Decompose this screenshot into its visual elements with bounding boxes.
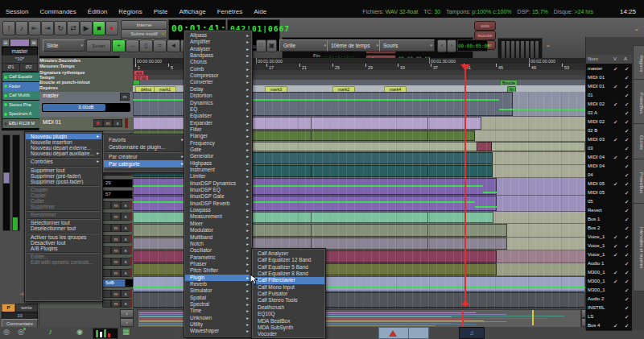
record-arm-button[interactable]: [102, 224, 111, 232]
active-check-icon[interactable]: ✓: [625, 101, 629, 108]
processor-led[interactable]: [4, 94, 7, 97]
click-button[interactable]: ♪: [15, 21, 28, 35]
processor-ebu-r128-m[interactable]: EBU R128 M: [2, 119, 43, 129]
midi-clock-icon[interactable]: ♫: [459, 327, 485, 339]
record-button[interactable]: ●: [105, 21, 118, 35]
category-comb[interactable]: Comb▸: [185, 66, 251, 72]
play-button[interactable]: ▶: [80, 21, 93, 35]
nudge-forward-button[interactable]: ›: [447, 39, 456, 52]
active-check-icon[interactable]: ✓: [625, 261, 629, 267]
category-spatial[interactable]: Spatial▸: [185, 295, 251, 301]
category-multiband[interactable]: Multiband▸: [185, 234, 251, 241]
category-equaliser[interactable]: Equaliser▸: [185, 113, 251, 119]
playhead-marker-icon[interactable]: [460, 64, 470, 71]
processor-calf-equaliz[interactable]: Calf Equaliz: [2, 72, 43, 82]
processor-stereo-pha[interactable]: Stereo Pha: [2, 101, 43, 110]
active-check-icon[interactable]: ✓: [625, 234, 629, 241]
menu-item-s-lectionner-tout[interactable]: Sélectionner tout: [26, 220, 101, 225]
visible-check-icon[interactable]: ✓: [613, 279, 617, 285]
side-tab-clich-s[interactable]: Clichés: [633, 123, 644, 160]
menu-item-d-s-lectionner-tout[interactable]: Désélectionner tout: [26, 225, 101, 231]
snap-mode-dropdown[interactable]: Grille▾: [279, 39, 328, 52]
category-measurement[interactable]: Measurement▸: [185, 213, 251, 220]
category-linuxdsp-eq[interactable]: linuxDSP EQ▸: [185, 187, 251, 193]
column-v[interactable]: V: [613, 56, 617, 61]
solo-indicator-icon[interactable]: ◎: [3, 328, 10, 336]
category-analyser[interactable]: Analyser▸: [185, 46, 251, 52]
record-arm-button[interactable]: [93, 119, 103, 127]
menu-item-nouveau-plugin[interactable]: Nouveau plugin▸: [26, 134, 101, 139]
nudge-back-button[interactable]: ‹: [437, 39, 447, 52]
menu-édition[interactable]: Édition: [82, 0, 113, 15]
active-check-icon[interactable]: ✓: [625, 270, 629, 276]
category-gate[interactable]: Gate▸: [185, 147, 251, 153]
active-check-icon[interactable]: ✓: [625, 66, 629, 72]
active-check-icon[interactable]: ✓: [625, 252, 629, 258]
visible-check-icon[interactable]: ✓: [613, 66, 617, 72]
category-expander[interactable]: Expander▸: [185, 120, 251, 126]
category-modulator[interactable]: Modulator▸: [185, 227, 251, 234]
step-entry-grid-icon[interactable]: ▦: [122, 327, 130, 336]
processor-led[interactable]: [4, 103, 7, 106]
menu-item-supprimer-post-fader-[interactable]: Supprimer (post-fader): [26, 179, 101, 184]
active-check-icon[interactable]: ✓: [625, 323, 629, 329]
visible-check-icon[interactable]: ✓: [613, 252, 617, 258]
small-region[interactable]: [477, 142, 492, 151]
grab-tool-button[interactable]: +: [112, 39, 126, 52]
value-box[interactable]: 29: [102, 179, 133, 188]
track-header-midi01[interactable]: MIDI 01 m s: [39, 117, 133, 131]
zoom-focus-dropdown[interactable]: Souris▾: [379, 39, 435, 52]
plugin-deathcrush[interactable]: Deathcrush: [253, 304, 324, 311]
menu-item-renommer[interactable]: Renommer: [26, 212, 101, 217]
category-parametric[interactable]: Parametric▸: [185, 254, 251, 261]
column-name[interactable]: Nom: [588, 56, 598, 61]
menu-item-nouveau-d-part-auxiliaire-[interactable]: Nouveau départ auxiliaire...▸: [26, 151, 101, 156]
category-oscillator[interactable]: Oscillator▸: [185, 247, 251, 254]
mute-button[interactable]: m: [111, 290, 121, 298]
visible-check-icon[interactable]: ✓: [613, 270, 617, 276]
category-unknown[interactable]: Unknown▸: [185, 315, 251, 321]
processor-spectrum-a[interactable]: Spectrum A: [2, 110, 43, 119]
fader-handle[interactable]: [3, 172, 10, 184]
visible-check-icon[interactable]: ✓: [613, 119, 617, 126]
zoom-options-button[interactable]: ∷: [256, 39, 266, 52]
gain-box[interactable]: 5dB: [102, 279, 126, 287]
active-check-icon[interactable]: ✓: [625, 137, 629, 143]
record-arm-button[interactable]: [102, 290, 111, 298]
side-tab-r-gions[interactable]: Régions: [633, 45, 644, 81]
column-a[interactable]: A: [624, 56, 627, 61]
category-distortion[interactable]: Distortion▸: [185, 93, 251, 99]
active-check-icon[interactable]: ✓: [625, 155, 629, 161]
category-time[interactable]: Time▸: [185, 308, 251, 314]
active-check-icon[interactable]: ✓: [625, 163, 629, 170]
plugin-calf-equalizer-12-band[interactable]: Calf Equalizer 12 Band: [253, 257, 324, 263]
menu-item-nouveau-d-part-externe-[interactable]: Nouveau départ externe...: [26, 145, 101, 151]
plugin-calf-pulsator[interactable]: Calf Pulsator: [253, 291, 324, 297]
category-dynamics[interactable]: Dynamics▸: [185, 100, 251, 106]
visible-check-icon[interactable]: ✓: [613, 155, 617, 161]
smart-mode-button[interactable]: Smart: [86, 39, 111, 52]
edit-mode-dropdown[interactable]: Slide▾: [43, 39, 85, 52]
go-start-button[interactable]: ⇤: [28, 21, 41, 35]
phase-button-2[interactable]: Ø2: [19, 63, 38, 72]
summary-scroll-left-button[interactable]: ‹: [120, 309, 134, 318]
processor-led[interactable]: [4, 85, 7, 88]
category-utility[interactable]: Utility▸: [185, 321, 251, 328]
solo-button[interactable]: s: [113, 119, 122, 127]
category-linuxdsp-gate[interactable]: linuxDSP Gate▸: [185, 193, 251, 200]
plugin-mda-subsynth[interactable]: MDA SubSynth: [253, 325, 324, 331]
processor-led[interactable]: [4, 113, 7, 116]
menu-item-contr-les[interactable]: Contrôles▸: [26, 159, 101, 164]
record-arm-button[interactable]: [102, 269, 111, 277]
side-tab-pistes-bus[interactable]: Pistes/Bus: [633, 159, 644, 205]
mute-button[interactable]: m: [111, 269, 121, 277]
category-phaser[interactable]: Phaser▸: [185, 261, 251, 267]
toolbar-expander-icon[interactable]: ⌄: [546, 42, 551, 48]
midi-input-icon[interactable]: ♪: [48, 327, 52, 336]
mute-button[interactable]: m: [103, 119, 113, 127]
track-header-master[interactable]: master m 0.00dB: [39, 92, 133, 118]
menu-item-a-b-plugins[interactable]: A/B Plugins: [26, 246, 101, 251]
active-check-icon[interactable]: ✓: [625, 208, 629, 214]
category-linuxdsp-reverb[interactable]: linuxDSP Reverb▸: [185, 201, 251, 207]
active-check-icon[interactable]: ✓: [625, 128, 629, 134]
